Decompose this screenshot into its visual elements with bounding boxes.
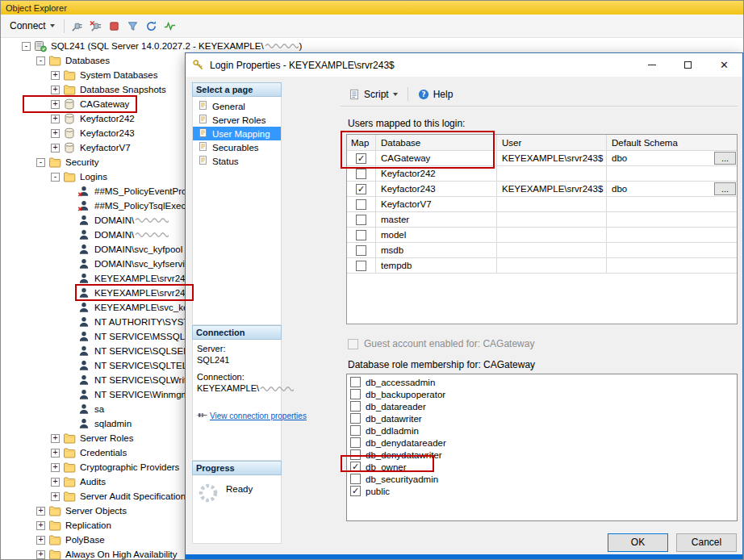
- map-checkbox[interactable]: [356, 215, 366, 225]
- tree-item[interactable]: -SQL241 (SQL Server 14.0.2027.2 - KEYEXA…: [1, 39, 743, 53]
- role-checkbox[interactable]: [350, 377, 361, 387]
- mapping-row-cagateway[interactable]: ✓CAGatewayKEYEXAMPLE\srvr243$dbo...: [347, 151, 737, 166]
- tree-expander-icon[interactable]: +: [51, 86, 60, 94]
- tree-expander-icon[interactable]: -: [36, 158, 45, 167]
- tree-expander-icon[interactable]: -: [36, 56, 45, 65]
- user-cell[interactable]: [497, 243, 607, 257]
- maximize-button[interactable]: [670, 53, 706, 77]
- help-button[interactable]: ? Help: [415, 86, 457, 102]
- map-checkbox[interactable]: [356, 245, 366, 256]
- database-cell[interactable]: msdb: [376, 243, 497, 257]
- disconnect-icon[interactable]: [87, 18, 104, 35]
- default-schema-cell[interactable]: [607, 212, 737, 227]
- tree-expander-icon[interactable]: +: [51, 71, 60, 80]
- role-checkbox[interactable]: [350, 437, 361, 448]
- page-item-user-mapping[interactable]: User Mapping: [193, 127, 281, 140]
- browse-schema-button[interactable]: ...: [714, 182, 736, 195]
- role-item-db_accessadmin[interactable]: db_accessadmin: [347, 376, 737, 388]
- map-checkbox[interactable]: ✓: [356, 153, 366, 164]
- tree-expander-icon[interactable]: +: [51, 492, 60, 501]
- filter-icon[interactable]: [124, 18, 141, 35]
- mapping-row-keyfactorv7[interactable]: KeyfactorV7: [347, 197, 737, 212]
- default-schema-cell[interactable]: dbo...: [607, 151, 737, 165]
- database-cell[interactable]: model: [376, 228, 497, 242]
- tree-expander-icon[interactable]: +: [51, 449, 60, 458]
- cancel-button[interactable]: Cancel: [676, 533, 737, 552]
- tree-expander-icon[interactable]: -: [51, 173, 60, 182]
- role-item-public[interactable]: ✓public: [347, 485, 737, 497]
- mapping-row-keyfactor243[interactable]: ✓Keyfactor243KEYEXAMPLE\srvr243$dbo...: [347, 182, 737, 197]
- role-checkbox[interactable]: ✓: [350, 486, 361, 496]
- map-checkbox[interactable]: [356, 199, 366, 210]
- role-checkbox[interactable]: [350, 449, 361, 460]
- map-checkbox[interactable]: [356, 169, 366, 179]
- role-item-db_datawriter[interactable]: db_datawriter: [347, 412, 737, 424]
- default-schema-cell[interactable]: [607, 228, 737, 242]
- page-item-status[interactable]: Status: [193, 154, 281, 168]
- connect-icon[interactable]: [69, 18, 86, 35]
- stop-icon[interactable]: [106, 18, 123, 35]
- mapping-row-msdb[interactable]: msdb: [347, 243, 737, 258]
- user-cell[interactable]: [497, 228, 607, 242]
- role-item-db_owner[interactable]: ✓db_owner: [347, 461, 737, 473]
- default-schema-cell[interactable]: [607, 166, 737, 181]
- script-button[interactable]: Script: [345, 86, 401, 102]
- tree-expander-icon[interactable]: +: [36, 536, 45, 545]
- tree-expander-icon[interactable]: +: [51, 434, 60, 443]
- user-cell[interactable]: [497, 212, 607, 227]
- tree-expander-icon[interactable]: +: [51, 478, 60, 487]
- role-checkbox[interactable]: [350, 389, 361, 399]
- ok-button[interactable]: OK: [608, 533, 668, 552]
- refresh-icon[interactable]: [143, 18, 160, 35]
- tree-expander-icon[interactable]: +: [51, 463, 60, 472]
- role-item-db_backupoperator[interactable]: db_backupoperator: [347, 388, 737, 400]
- default-schema-cell[interactable]: [607, 243, 737, 257]
- dialog-titlebar[interactable]: Login Properties - KEYEXAMPLE\srvr243$ ✕: [186, 53, 742, 77]
- tree-expander-icon[interactable]: +: [51, 129, 60, 138]
- database-cell[interactable]: tempdb: [376, 258, 497, 273]
- role-checkbox[interactable]: ✓: [350, 462, 361, 472]
- role-item-db_securityadmin[interactable]: db_securityadmin: [347, 473, 737, 485]
- close-button[interactable]: ✕: [706, 53, 742, 77]
- view-connection-properties-link[interactable]: View connection properties: [210, 412, 307, 420]
- default-schema-cell[interactable]: [607, 258, 737, 273]
- map-checkbox[interactable]: [356, 230, 366, 240]
- user-cell[interactable]: KEYEXAMPLE\srvr243$: [497, 182, 607, 196]
- user-cell[interactable]: [497, 166, 607, 181]
- database-cell[interactable]: Keyfactor243: [376, 182, 497, 196]
- minimize-button[interactable]: [633, 53, 670, 77]
- role-checkbox[interactable]: [350, 401, 361, 412]
- role-item-db_denydatareader[interactable]: db_denydatareader: [347, 437, 737, 449]
- tree-expander-icon[interactable]: +: [36, 550, 45, 559]
- tree-expander-icon[interactable]: +: [51, 144, 60, 153]
- mapping-row-keyfactor242[interactable]: Keyfactor242: [347, 166, 737, 182]
- role-item-db_ddladmin[interactable]: db_ddladmin: [347, 424, 737, 437]
- activity-monitor-icon[interactable]: [161, 18, 178, 35]
- role-checkbox[interactable]: [350, 425, 361, 436]
- default-schema-cell[interactable]: [607, 197, 737, 211]
- user-cell[interactable]: KEYEXAMPLE\srvr243$: [497, 151, 607, 165]
- tree-expander-icon[interactable]: +: [36, 521, 45, 530]
- database-cell[interactable]: CAGateway: [376, 151, 497, 165]
- user-cell[interactable]: [497, 197, 607, 211]
- default-schema-cell[interactable]: dbo...: [607, 182, 737, 196]
- object-explorer-titlebar[interactable]: Object Explorer: [1, 1, 743, 15]
- tree-expander-icon[interactable]: +: [51, 100, 60, 109]
- role-checkbox[interactable]: [350, 413, 361, 424]
- database-cell[interactable]: Keyfactor242: [376, 166, 497, 181]
- map-checkbox[interactable]: [356, 261, 366, 271]
- mapping-row-model[interactable]: model: [347, 228, 737, 243]
- mapping-row-tempdb[interactable]: tempdb: [347, 258, 737, 274]
- map-checkbox[interactable]: ✓: [356, 184, 366, 194]
- role-checkbox[interactable]: [350, 474, 361, 484]
- browse-schema-button[interactable]: ...: [714, 152, 736, 165]
- mapping-row-master[interactable]: master: [347, 212, 737, 228]
- user-cell[interactable]: [497, 258, 607, 273]
- role-item-db_datareader[interactable]: db_datareader: [347, 400, 737, 412]
- page-item-server-roles[interactable]: Server Roles: [193, 113, 281, 127]
- page-item-general[interactable]: General: [193, 99, 281, 113]
- tree-expander-icon[interactable]: -: [22, 42, 31, 51]
- page-item-securables[interactable]: Securables: [193, 140, 281, 154]
- connect-button[interactable]: Connect: [5, 18, 60, 34]
- tree-expander-icon[interactable]: +: [51, 115, 60, 123]
